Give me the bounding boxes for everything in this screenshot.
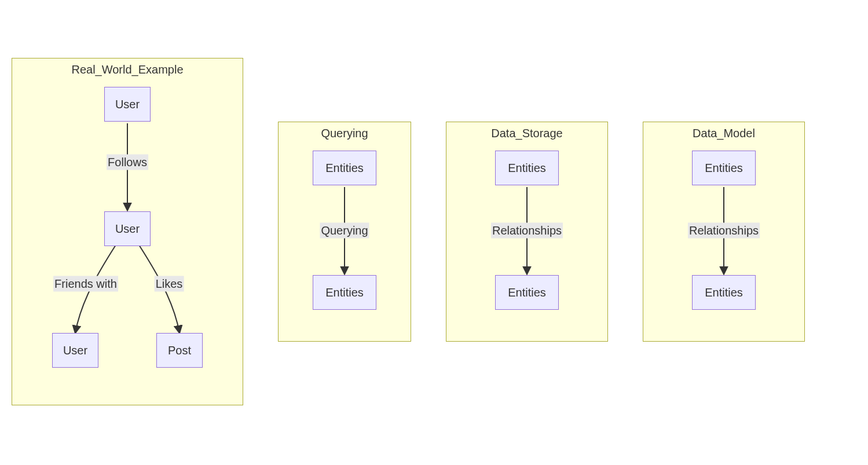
subgraph-title-real-world: Real_World_Example [12, 63, 243, 76]
node-m-entities-top: Entities [692, 151, 756, 185]
subgraph-title-storage: Data_Storage [446, 127, 607, 140]
edge-label-friends: Friends with [53, 276, 118, 292]
node-s-entities-bot: Entities [495, 275, 559, 310]
diagram-canvas: Real_World_Example Querying Data_Storage… [0, 0, 868, 465]
node-post: Post [156, 333, 203, 368]
edge-label-model-rel: Relationships [688, 223, 760, 239]
edge-label-querying: Querying [320, 223, 369, 239]
node-s-entities-top: Entities [495, 151, 559, 185]
subgraph-title-model: Data_Model [643, 127, 804, 140]
edge-label-follows: Follows [107, 155, 148, 170]
edge-label-storage-rel: Relationships [491, 223, 563, 239]
node-m-entities-bot: Entities [692, 275, 756, 310]
node-user-top: User [104, 87, 151, 122]
node-q-entities-bot: Entities [313, 275, 376, 310]
edge-label-likes: Likes [155, 276, 184, 292]
subgraph-title-querying: Querying [279, 127, 411, 140]
node-q-entities-top: Entities [313, 151, 376, 185]
node-user-left: User [52, 333, 98, 368]
node-user-mid: User [104, 211, 151, 246]
